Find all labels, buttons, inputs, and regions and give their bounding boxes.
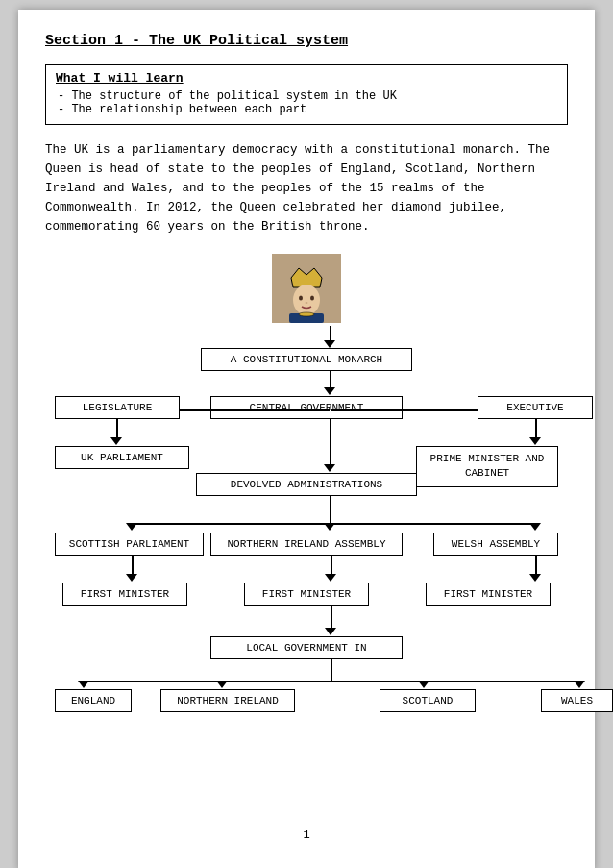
box-first-minister-1: FIRST MINISTER	[62, 583, 187, 606]
line-central-to-devolved	[330, 419, 331, 467]
arrow-to-england	[78, 681, 89, 688]
box-scottish-parliament: SCOTTISH PARLIAMENT	[55, 533, 204, 556]
arrow-to-fm3	[529, 574, 541, 582]
arrow-to-monarch	[324, 340, 335, 348]
line-central-right	[331, 409, 493, 411]
page-title: Section 1 - The UK Political system	[45, 33, 568, 49]
arrow-to-ni	[324, 523, 335, 531]
arrow-to-welsh	[529, 523, 541, 531]
queen-image	[272, 254, 341, 328]
intro-text: The UK is a parliamentary democracy with…	[45, 140, 568, 236]
learn-item-1: - The structure of the political system …	[58, 89, 557, 103]
arrow-to-pm	[529, 437, 541, 445]
box-welsh-assembly: WELSH ASSEMBLY	[433, 533, 558, 556]
box-legislature: LEGISLATURE	[55, 396, 180, 419]
svg-point-4	[310, 296, 314, 301]
arrow-to-fm1	[126, 574, 137, 582]
arrow-to-scottish	[126, 523, 137, 531]
line-regions-horizontal	[84, 681, 583, 682]
arrow-to-ni-region	[216, 681, 228, 688]
arrow-to-fm2	[325, 574, 336, 582]
box-central-government: CENTRAL GOVERNMENT	[210, 396, 403, 419]
page-number: 1	[45, 829, 568, 842]
page: Section 1 - The UK Political system What…	[18, 10, 595, 868]
arrow-to-local	[325, 628, 336, 635]
diagram: A CONSTITUTIONAL MONARCH CENTRAL GOVERNM…	[45, 254, 568, 811]
box-constitutional-monarch: A CONSTITUTIONAL MONARCH	[201, 348, 412, 371]
arrow-to-devolved	[324, 464, 335, 472]
arrow-to-scotland-region	[418, 681, 429, 688]
box-uk-parliament: UK PARLIAMENT	[55, 446, 189, 469]
svg-point-5	[306, 302, 308, 304]
arrow-to-wales	[574, 681, 585, 688]
line-devolved-down	[330, 496, 331, 523]
box-ni-assembly: NORTHERN IRELAND ASSEMBLY	[210, 533, 403, 556]
svg-point-7	[299, 312, 314, 316]
svg-point-3	[299, 296, 303, 301]
box-prime-minister: PRIME MINISTER ANDCABINET	[416, 446, 558, 487]
learn-box: What I will learn - The structure of the…	[45, 64, 568, 125]
box-first-minister-2: FIRST MINISTER	[244, 583, 369, 606]
arrow-to-uk-parliament	[110, 437, 122, 445]
box-first-minister-3: FIRST MINISTER	[426, 583, 551, 606]
box-local-gov: LOCAL GOVERNMENT IN	[210, 636, 403, 659]
box-scotland-region: SCOTLAND	[380, 689, 476, 712]
box-england: ENGLAND	[55, 689, 132, 712]
box-wales-region: WALES	[541, 689, 613, 712]
line-local-down	[331, 659, 332, 681]
learn-item-2: - The relationship between each part	[58, 103, 557, 116]
box-devolved: DEVOLVED ADMINISTRATIONS	[196, 473, 417, 496]
arrow-to-central	[324, 387, 335, 395]
svg-point-2	[293, 285, 320, 315]
learn-title: What I will learn	[56, 71, 557, 86]
box-executive: EXECUTIVE	[478, 396, 593, 419]
box-northern-ireland-region: NORTHERN IRELAND	[160, 689, 295, 712]
